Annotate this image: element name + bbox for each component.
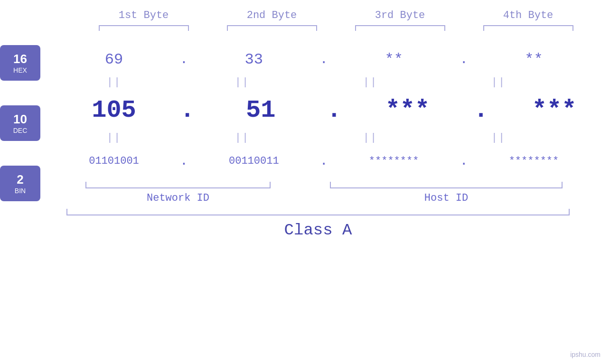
bin-val-b2: 00110011 [216, 155, 292, 167]
hex-badge-label: HEX [13, 66, 27, 74]
hex-badge: 16 HEX [0, 45, 40, 81]
hex-cell-3: ** [330, 51, 458, 68]
bracket-line-1 [99, 25, 189, 31]
bracket-byte4 [464, 25, 592, 31]
network-id-label: Network ID [147, 192, 209, 204]
hex-val-b3: ** [356, 51, 432, 68]
main-container: 1st Byte 2nd Byte 3rd Byte 4th Byte 16 H… [0, 0, 610, 364]
equals-row-2: || || || || [50, 132, 610, 144]
eq2-c4: || [434, 132, 563, 144]
hex-val-b1: 69 [76, 51, 152, 68]
byte3-header: 3rd Byte [336, 9, 464, 21]
bin-badge-label: BIN [15, 187, 26, 195]
host-bracket-container: Host ID [306, 182, 586, 204]
hex-badge-num: 16 [13, 52, 27, 66]
hex-val-b2: 33 [216, 51, 292, 68]
dot-hex-1: . [178, 52, 190, 67]
class-bracket-container: Class A [50, 209, 586, 239]
bracket-byte2 [208, 25, 336, 31]
hex-cell-1: 69 [50, 51, 178, 68]
data-columns: 69 . 33 . ** . ** || || || || [50, 45, 610, 239]
dot-dec-3: . [471, 96, 490, 124]
bin-cell-4: ******** [469, 155, 598, 167]
eq1-c2: || [178, 76, 306, 88]
label-column: 16 HEX 10 DEC 2 BIN [0, 45, 50, 201]
bracket-byte1 [80, 25, 208, 31]
dec-cell-3: *** [343, 96, 471, 124]
byte2-header: 2nd Byte [208, 9, 336, 21]
eq1-c1: || [50, 76, 178, 88]
bin-cell-1: 01101001 [50, 155, 178, 167]
equals-row-1: || || || || [50, 76, 610, 88]
hex-cell-2: 33 [190, 51, 318, 68]
bottom-brackets-row: Network ID Host ID [50, 182, 610, 204]
dot-bin-3: . [458, 154, 470, 168]
class-bracket-line [66, 209, 570, 215]
bin-value-row: 01101001 . 00110011 . ******** . *******… [50, 147, 610, 175]
dec-val-b1: 105 [76, 96, 152, 124]
dot-dec-1: . [178, 96, 197, 124]
watermark: ipshu.com [570, 351, 601, 358]
eq1-c4: || [434, 76, 563, 88]
host-id-label: Host ID [424, 192, 468, 204]
byte-headers-row: 1st Byte 2nd Byte 3rd Byte 4th Byte [31, 9, 610, 21]
dot-dec-2: . [325, 96, 343, 124]
dec-cell-2: 51 [197, 96, 325, 124]
eq2-c2: || [178, 132, 306, 144]
bin-val-b1: 01101001 [76, 155, 152, 167]
dot-bin-1: . [178, 154, 190, 168]
bin-val-b3: ******** [356, 155, 432, 167]
dec-val-b2: 51 [223, 96, 299, 124]
bin-val-b4: ******** [496, 155, 572, 167]
dec-val-b3: *** [369, 96, 445, 124]
bracket-byte3 [336, 25, 464, 31]
dot-bin-2: . [318, 154, 330, 168]
eq2-c1: || [50, 132, 178, 144]
host-bracket-line [330, 182, 563, 188]
dec-value-row: 105 . 51 . *** . *** [50, 91, 610, 129]
hex-value-row: 69 . 33 . ** . ** [50, 45, 610, 74]
hex-val-b4: ** [496, 51, 572, 68]
dec-badge: 10 DEC [0, 105, 40, 141]
top-brackets [31, 25, 610, 31]
dot-hex-3: . [458, 52, 470, 67]
byte1-header: 1st Byte [80, 9, 208, 21]
hex-cell-4: ** [469, 51, 598, 68]
dec-val-b4: *** [516, 96, 592, 124]
dot-hex-2: . [318, 52, 330, 67]
dec-badge-num: 10 [13, 112, 27, 127]
bracket-line-4 [483, 25, 573, 31]
byte4-header: 4th Byte [464, 9, 592, 21]
bracket-line-2 [227, 25, 317, 31]
bin-badge: 2 BIN [0, 166, 40, 201]
dec-cell-4: *** [490, 96, 610, 124]
bracket-line-3 [355, 25, 445, 31]
eq2-c3: || [306, 132, 434, 144]
bin-cell-2: 00110011 [190, 155, 318, 167]
bin-cell-3: ******** [330, 155, 458, 167]
bin-badge-num: 2 [17, 172, 23, 187]
network-bracket-container: Network ID [50, 182, 306, 204]
dec-cell-1: 105 [50, 96, 178, 124]
rows-area: 16 HEX 10 DEC 2 BIN 69 . [0, 45, 610, 239]
eq1-c3: || [306, 76, 434, 88]
class-label: Class A [284, 221, 352, 239]
network-bracket-line [85, 182, 271, 188]
dec-badge-label: DEC [13, 127, 28, 134]
